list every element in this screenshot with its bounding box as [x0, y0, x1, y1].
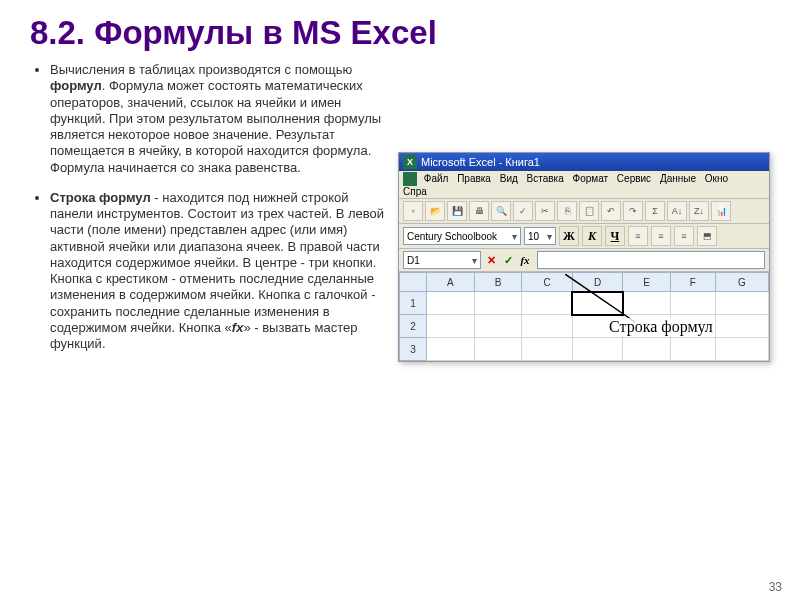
- paste-icon[interactable]: 📋: [579, 201, 599, 221]
- cell[interactable]: [427, 315, 475, 338]
- cell[interactable]: [670, 338, 715, 361]
- menu-data[interactable]: Данные: [660, 173, 696, 184]
- cell[interactable]: [474, 292, 522, 315]
- menu-format[interactable]: Формат: [573, 173, 609, 184]
- name-box[interactable]: D1 ▾: [403, 251, 481, 269]
- chevron-down-icon: ▾: [472, 255, 477, 266]
- body-text: Вычисления в таблицах производятся с пом…: [30, 62, 388, 366]
- menu-file[interactable]: Файл: [424, 173, 449, 184]
- col-header-D[interactable]: D: [572, 273, 622, 292]
- sort-asc-icon[interactable]: A↓: [667, 201, 687, 221]
- menu-window[interactable]: Окно: [705, 173, 728, 184]
- excel-standard-toolbar: ▫ 📂 💾 🖶 🔍 ✓ ✂ ⎘ 📋 ↶ ↷ Σ A↓ Z↓ 📊: [399, 199, 769, 224]
- col-header-C[interactable]: C: [522, 273, 572, 292]
- excel-window-title: Microsoft Excel - Книга1: [421, 156, 540, 168]
- cell-D1[interactable]: [572, 292, 622, 315]
- cell[interactable]: [427, 292, 475, 315]
- cell[interactable]: [572, 338, 622, 361]
- cell[interactable]: [474, 315, 522, 338]
- save-icon[interactable]: 💾: [447, 201, 467, 221]
- align-left-icon[interactable]: ≡: [628, 226, 648, 246]
- font-name-value: Century Schoolbook: [407, 231, 497, 242]
- cell[interactable]: [474, 338, 522, 361]
- print-icon[interactable]: 🖶: [469, 201, 489, 221]
- cell[interactable]: [522, 338, 572, 361]
- cell[interactable]: [715, 338, 768, 361]
- excel-app-icon: X: [403, 155, 417, 169]
- sort-desc-icon[interactable]: Z↓: [689, 201, 709, 221]
- formula-input[interactable]: [537, 251, 765, 269]
- annotation-label: Строка формул: [609, 318, 713, 336]
- cell[interactable]: [623, 338, 671, 361]
- bold-button[interactable]: Ж: [559, 226, 579, 246]
- cell[interactable]: [522, 315, 572, 338]
- spell-icon[interactable]: ✓: [513, 201, 533, 221]
- corner-header[interactable]: [400, 273, 427, 292]
- copy-icon[interactable]: ⎘: [557, 201, 577, 221]
- cell[interactable]: [715, 292, 768, 315]
- underline-button[interactable]: Ч: [605, 226, 625, 246]
- col-header-E[interactable]: E: [623, 273, 671, 292]
- redo-icon[interactable]: ↷: [623, 201, 643, 221]
- italic-button[interactable]: К: [582, 226, 602, 246]
- align-right-icon[interactable]: ≡: [674, 226, 694, 246]
- slide-title: 8.2. Формулы в MS Excel: [30, 14, 770, 52]
- fx-button[interactable]: fx: [518, 252, 532, 268]
- menu-insert[interactable]: Вставка: [527, 173, 564, 184]
- cut-icon[interactable]: ✂: [535, 201, 555, 221]
- menu-help[interactable]: Спра: [403, 186, 427, 197]
- excel-titlebar: X Microsoft Excel - Книга1: [399, 153, 769, 171]
- align-center-icon[interactable]: ≡: [651, 226, 671, 246]
- menu-tools[interactable]: Сервис: [617, 173, 651, 184]
- preview-icon[interactable]: 🔍: [491, 201, 511, 221]
- excel-format-toolbar: Century Schoolbook ▾ 10 ▾ Ж К Ч ≡ ≡ ≡ ⬒: [399, 224, 769, 249]
- undo-icon[interactable]: ↶: [601, 201, 621, 221]
- p1-pre: Вычисления в таблицах производятся с пом…: [50, 62, 352, 77]
- p2-bold: Строка формул: [50, 190, 151, 205]
- excel-doc-icon: [403, 172, 417, 186]
- confirm-formula-icon[interactable]: ✓: [501, 252, 515, 268]
- col-header-F[interactable]: F: [670, 273, 715, 292]
- name-box-value: D1: [407, 255, 420, 266]
- cell[interactable]: [670, 292, 715, 315]
- p2-mid: - находится под нижней строкой панели ин…: [50, 190, 384, 335]
- chevron-down-icon: ▾: [547, 231, 552, 242]
- cell[interactable]: [623, 292, 671, 315]
- page-number: 33: [769, 580, 782, 594]
- formula-bar: D1 ▾ ✕ ✓ fx: [399, 249, 769, 272]
- menu-edit[interactable]: Правка: [457, 173, 491, 184]
- col-header-G[interactable]: G: [715, 273, 768, 292]
- row-header-1[interactable]: 1: [400, 292, 427, 315]
- row-header-3[interactable]: 3: [400, 338, 427, 361]
- font-size-select[interactable]: 10 ▾: [524, 227, 556, 245]
- row-header-2[interactable]: 2: [400, 315, 427, 338]
- new-doc-icon[interactable]: ▫: [403, 201, 423, 221]
- p2-fx: fx: [232, 320, 244, 335]
- cell[interactable]: [427, 338, 475, 361]
- font-name-select[interactable]: Century Schoolbook ▾: [403, 227, 521, 245]
- excel-grid: A B C D E F G 1: [399, 272, 769, 361]
- cancel-formula-icon[interactable]: ✕: [484, 252, 498, 268]
- excel-menubar: Файл Правка Вид Вставка Формат Сервис Да…: [399, 171, 769, 199]
- font-size-value: 10: [528, 231, 539, 242]
- menu-view[interactable]: Вид: [500, 173, 518, 184]
- cell[interactable]: [715, 315, 768, 338]
- col-header-A[interactable]: A: [427, 273, 475, 292]
- merge-icon[interactable]: ⬒: [697, 226, 717, 246]
- p1-bold: формул: [50, 78, 102, 93]
- sum-icon[interactable]: Σ: [645, 201, 665, 221]
- chart-icon[interactable]: 📊: [711, 201, 731, 221]
- cell[interactable]: [522, 292, 572, 315]
- col-header-B[interactable]: B: [474, 273, 522, 292]
- open-icon[interactable]: 📂: [425, 201, 445, 221]
- chevron-down-icon: ▾: [512, 231, 517, 242]
- excel-window: X Microsoft Excel - Книга1 Файл Правка В…: [398, 152, 770, 362]
